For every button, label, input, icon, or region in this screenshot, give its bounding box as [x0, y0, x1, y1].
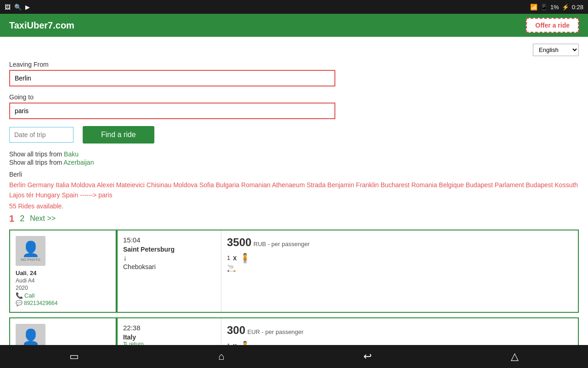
leaving-from-group: Leaving From	[9, 61, 579, 86]
show-trips-baku: Show all trips from Baku	[9, 150, 579, 158]
app-title: TaxiUber7.com	[9, 20, 74, 31]
nav-square-icon[interactable]: ▭	[69, 351, 79, 362]
driver-name: Uali, 24	[16, 270, 110, 276]
nav-up-icon[interactable]: △	[511, 351, 519, 362]
ride-route-section: 15:04 Saint Petersburg ↓ Cheboksari	[116, 230, 221, 312]
nav-back-icon[interactable]: ↩	[363, 351, 372, 362]
price-unit-2: EUR - per passenger	[248, 328, 304, 335]
ride-time-2: 22:38	[123, 324, 215, 332]
seat-count: 1	[227, 254, 230, 261]
clock: 0:28	[572, 4, 583, 11]
smoking-indicator: 🚬	[227, 264, 572, 272]
azerbaijan-link[interactable]: Azerbaijan	[63, 159, 94, 166]
passenger-icon: 🧍	[239, 253, 251, 264]
date-find-row: Find a ride	[9, 126, 579, 144]
offer-ride-button[interactable]: Offer a ride	[526, 18, 579, 33]
status-bar-right: 📶 📱 1% ⚡ 0:28	[530, 4, 583, 11]
main-scroll-area: English Russian French Leaving From Goin…	[0, 37, 588, 368]
signal-icon: 📱	[540, 4, 548, 11]
app-header: TaxiUber7.com Offer a ride	[0, 14, 588, 37]
show-trips-section: Show all trips from Baku Show all trips …	[9, 150, 579, 166]
price-unit: RUB - per passenger	[254, 241, 310, 247]
ride-from: Saint Petersburg	[123, 246, 215, 253]
show-trips-azerbaijan: Show all trips from Azerbaijan	[9, 159, 579, 166]
person-silhouette-icon-2: 👤	[22, 328, 40, 345]
route-arrow-icon: ↓	[123, 254, 215, 262]
ride-price-section: 3500 RUB - per passenger 1 x 🧍 🚬	[221, 230, 578, 312]
pagination: 1 2 Next >>	[9, 213, 579, 224]
price-amount: 3500	[227, 236, 251, 248]
ride-driver-section: 👤 NO PHOTO Uali, 24 Audi A4 2020 📞 Call …	[10, 230, 116, 312]
status-bar-left: 🖼 🔍 ▶	[5, 4, 30, 11]
app-icon-3: ▶	[25, 4, 30, 11]
whatsapp-icon: 💬	[16, 300, 23, 306]
charging-icon: ⚡	[562, 4, 569, 11]
price-amount-2: 300	[227, 324, 245, 336]
person-silhouette-icon: 👤	[22, 240, 40, 258]
nav-home-icon[interactable]: ⌂	[218, 351, 224, 362]
find-ride-button[interactable]: Find a ride	[83, 126, 154, 144]
going-to-group: Going to	[9, 93, 579, 119]
multiply-icon: x	[233, 254, 237, 262]
rides-count: 55 Rides available.	[9, 202, 579, 210]
whatsapp-button[interactable]: 💬 89213429664	[16, 300, 110, 306]
wifi-icon: 📶	[530, 4, 537, 11]
app-icon-1: 🖼	[5, 4, 11, 11]
status-bar: 🖼 🔍 ▶ 📶 📱 1% ⚡ 0:28	[0, 0, 588, 14]
phone-icon: 📞	[16, 292, 23, 299]
page-current: 1	[9, 213, 14, 224]
bottom-nav: ▭ ⌂ ↩ △	[0, 345, 588, 368]
baku-link[interactable]: Baku	[64, 150, 79, 158]
driver-car: Audi A4	[16, 277, 110, 284]
going-to-label: Going to	[9, 93, 579, 101]
language-select[interactable]: English Russian French	[533, 44, 579, 56]
search-result-text: Berli	[9, 171, 579, 178]
ride-from-2: Italy	[123, 334, 215, 341]
ride-to: Cheboksari	[123, 263, 215, 270]
driver-avatar: 👤 NO PHOTO	[16, 236, 45, 266]
battery-percent: 1%	[550, 4, 559, 11]
call-button[interactable]: 📞 Call	[16, 292, 110, 299]
ride-card: 👤 NO PHOTO Uali, 24 Audi A4 2020 📞 Call …	[9, 230, 579, 313]
leaving-from-label: Leaving From	[9, 61, 579, 68]
page-2-link[interactable]: 2	[20, 214, 24, 224]
next-page-link[interactable]: Next >>	[30, 214, 56, 223]
leaving-from-input[interactable]	[9, 70, 335, 86]
driver-year: 2020	[16, 285, 110, 291]
ride-time: 15:04	[123, 236, 215, 244]
language-row: English Russian French	[9, 44, 579, 56]
search-result-links: Berlin Germany Italia Moldova Alexei Mat…	[9, 180, 579, 201]
app-icon-2: 🔍	[14, 4, 22, 11]
going-to-input[interactable]	[9, 103, 335, 119]
ride-amenities: 1 x 🧍	[227, 253, 572, 264]
date-input[interactable]	[9, 127, 74, 143]
main-content: English Russian French Leaving From Goin…	[0, 37, 588, 368]
